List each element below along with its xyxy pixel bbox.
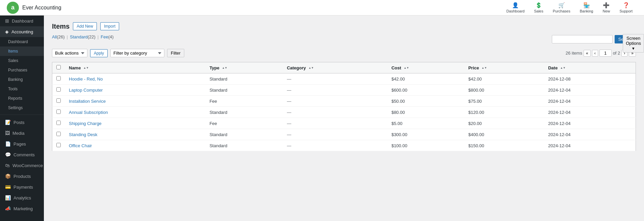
top-nav-new[interactable]: ➕ New	[598, 2, 615, 13]
top-nav-banking[interactable]: 🏪 Banking	[575, 2, 598, 13]
screen-options-button[interactable]: Screen Options ▾	[623, 34, 644, 53]
col-type[interactable]: Type ▲▼	[206, 62, 283, 73]
bulk-actions-select[interactable]: Bulk actions Delete	[52, 49, 87, 57]
table-row: Hoodie - Red, No Standard — $42.00 $42.0…	[52, 73, 636, 85]
sidebar-sub-sales-label: Sales	[8, 58, 18, 63]
accounting-sidebar-icon: ◈	[5, 29, 9, 34]
sidebar-item-payments[interactable]: 💳 Payments	[0, 182, 44, 192]
sidebar-sub-dashboard-label: Dashboard	[8, 39, 28, 44]
logo-icon: a	[7, 2, 19, 14]
price-sort-icon: ▲▼	[482, 67, 487, 69]
top-nav-support[interactable]: ❓ Support	[615, 2, 637, 13]
sidebar-sub-reports[interactable]: Reports	[0, 94, 44, 103]
top-nav: 👤 Dashboard 💲 Sales 🛒 Purchases 🏪 Bankin…	[502, 2, 637, 13]
apply-button[interactable]: Apply	[90, 49, 108, 57]
col-price[interactable]: Price ▲▼	[464, 62, 544, 73]
prev-page-button[interactable]: ‹	[592, 50, 598, 57]
banking-nav-icon: 🏪	[583, 2, 590, 8]
sidebar-sub-tools[interactable]: Tools	[0, 84, 44, 94]
top-nav-sales[interactable]: 💲 Sales	[529, 2, 548, 13]
sidebar-sub-items[interactable]: Items	[0, 46, 44, 56]
woocommerce-icon: 🛍	[5, 163, 10, 168]
filter-by-category-select[interactable]: Filter by category	[110, 49, 164, 57]
filter-tab-all[interactable]: All	[52, 34, 57, 39]
type-sort-icon: ▲▼	[222, 67, 227, 69]
row-date-1: 2024-12-04	[544, 85, 636, 96]
sidebar-item-products[interactable]: 📦 Products	[0, 171, 44, 182]
row-checkbox-6[interactable]	[56, 143, 61, 147]
new-nav-icon: ➕	[603, 2, 610, 8]
sidebar-sub-purchases[interactable]: Purchases	[0, 65, 44, 75]
sidebar-item-pages[interactable]: 📄 Pages	[0, 138, 44, 149]
toolbar: Bulk actions Delete Apply Filter by cate…	[52, 49, 636, 57]
row-cost-6: $100.00	[387, 140, 464, 151]
top-nav-new-label: New	[602, 9, 610, 13]
sidebar-item-accounting[interactable]: ◈ Accounting	[0, 26, 44, 37]
filter-tab-fee[interactable]: Fee	[101, 34, 108, 39]
first-page-button[interactable]: «	[584, 50, 591, 57]
toolbar-left: Bulk actions Delete Apply Filter by cate…	[52, 49, 184, 57]
col-name[interactable]: Name ▲▼	[65, 62, 206, 73]
col-category[interactable]: Category ▲▼	[283, 62, 387, 73]
sidebar-item-posts[interactable]: 📝 Posts	[0, 117, 44, 128]
search-input[interactable]	[552, 35, 613, 43]
sidebar-sub-settings[interactable]: Settings	[0, 103, 44, 113]
col-cost[interactable]: Cost ▲▼	[387, 62, 464, 73]
row-category-2: —	[283, 96, 387, 107]
sidebar-sub-banking[interactable]: Banking	[0, 75, 44, 84]
item-link-6[interactable]: Office Chair	[69, 143, 92, 148]
sidebar-sub-settings-label: Settings	[8, 105, 23, 110]
col-date[interactable]: Date ▲▼	[544, 62, 636, 73]
sidebar-sub-dashboard[interactable]: Dashboard	[0, 37, 44, 46]
item-link-5[interactable]: Standing Desk	[69, 132, 98, 137]
sidebar-item-analytics[interactable]: 📊 Analytics	[0, 192, 44, 203]
sidebar-sub-sales[interactable]: Sales	[0, 56, 44, 65]
row-price-0: $42.00	[464, 73, 544, 85]
sidebar-item-media[interactable]: 🖼 Media	[0, 128, 44, 138]
row-checkbox-3[interactable]	[56, 109, 61, 114]
filter-tab-standard-count: (22)	[88, 34, 96, 39]
row-cost-2: $50.00	[387, 96, 464, 107]
row-date-3: 2024-12-04	[544, 107, 636, 118]
row-checkbox-cell	[52, 140, 65, 151]
select-all-checkbox[interactable]	[56, 65, 61, 69]
row-checkbox-2[interactable]	[56, 98, 61, 103]
add-new-button[interactable]: Add New	[73, 22, 97, 30]
item-link-4[interactable]: Shipping Charge	[69, 121, 102, 126]
sidebar-item-dashboard[interactable]: ⊞ Dashboard	[0, 15, 44, 26]
row-date-2: 2024-12-04	[544, 96, 636, 107]
sidebar-sub-purchases-label: Purchases	[8, 68, 27, 72]
top-nav-dashboard-label: Dashboard	[506, 9, 525, 13]
row-date-4: 2024-12-04	[544, 118, 636, 129]
app-logo[interactable]: a Ever Accounting	[7, 2, 61, 14]
item-link-1[interactable]: Laptop Computer	[69, 88, 103, 93]
row-type-0: Standard	[206, 73, 283, 85]
pages-icon: 📄	[5, 141, 11, 147]
filter-tab-standard[interactable]: Standard	[70, 34, 88, 39]
row-category-5: —	[283, 129, 387, 140]
sidebar-item-comments[interactable]: 💬 Comments	[0, 149, 44, 160]
item-link-2[interactable]: Installation Service	[69, 99, 106, 104]
sidebar-item-pages-label: Pages	[14, 141, 26, 147]
sidebar-item-comments-label: Comments	[14, 152, 35, 157]
row-cost-0: $42.00	[387, 73, 464, 85]
page-number-input[interactable]	[599, 50, 612, 57]
row-cost-1: $600.00	[387, 85, 464, 96]
row-name-6: Office Chair	[65, 140, 206, 151]
sidebar-item-woocommerce[interactable]: 🛍 WooCommerce	[0, 160, 44, 171]
filter-button[interactable]: Filter	[167, 49, 184, 57]
row-date-0: 2024-12-08	[544, 73, 636, 85]
sidebar-item-marketing[interactable]: 📣 Marketing	[0, 203, 44, 214]
row-checkbox-cell	[52, 118, 65, 129]
row-checkbox-0[interactable]	[56, 76, 61, 81]
row-checkbox-4[interactable]	[56, 121, 61, 125]
category-sort-icon: ▲▼	[308, 67, 314, 69]
top-nav-sales-label: Sales	[534, 9, 543, 13]
top-nav-dashboard[interactable]: 👤 Dashboard	[502, 2, 529, 13]
item-link-0[interactable]: Hoodie - Red, No	[69, 76, 103, 82]
item-link-3[interactable]: Annual Subscription	[69, 110, 108, 115]
top-nav-purchases[interactable]: 🛒 Purchases	[548, 2, 575, 13]
row-checkbox-1[interactable]	[56, 87, 61, 92]
import-button[interactable]: Import	[100, 22, 119, 30]
row-checkbox-5[interactable]	[56, 132, 61, 136]
